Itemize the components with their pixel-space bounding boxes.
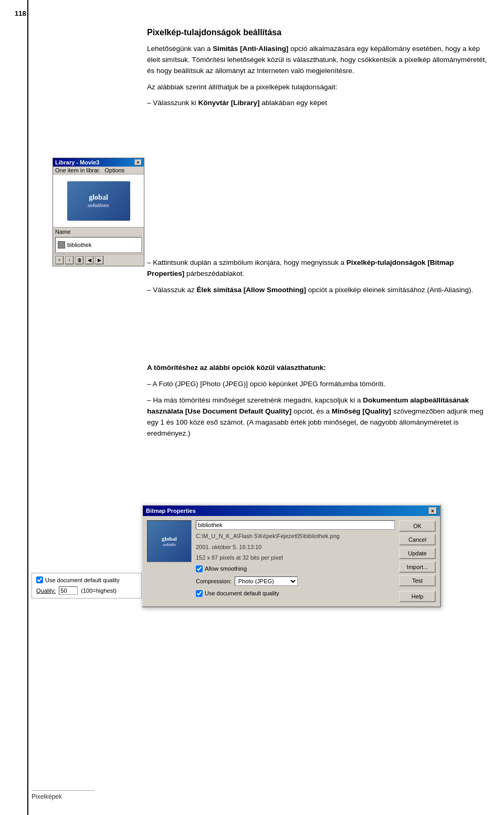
- allow-smoothing-label: Allow smoothing: [205, 565, 247, 572]
- library-list[interactable]: bibliothek: [55, 237, 142, 253]
- bitmap-properties-dialog: Bitmap Properties × global solutio C:\M_…: [142, 504, 441, 607]
- allow-smoothing-checkbox[interactable]: [196, 565, 203, 572]
- bullet2-pre: – Ha más tömörítési minőséget szeretnénk…: [147, 396, 363, 404]
- dialog-title-bar: Bitmap Properties ×: [143, 505, 440, 516]
- step1-pre: – Válasszunk ki: [147, 99, 198, 107]
- bullet2-bold2: Minőség [Quality]: [332, 407, 391, 415]
- quality-value-row: Quality: (100=highest): [36, 586, 137, 595]
- dialog-title-text: Bitmap Properties: [146, 508, 196, 514]
- use-default-quality-label: Use document default quality: [45, 577, 120, 583]
- dialog-info-area: C:\M_U_N_K_A\Flash 5\Képek\Fejezet05\bib…: [196, 520, 395, 602]
- dialog-file-path: C:\M_U_N_K_A\Flash 5\Képek\Fejezet05\bib…: [196, 532, 395, 541]
- test-button[interactable]: Test: [399, 575, 436, 586]
- quality-hint: (100=highest): [81, 587, 117, 594]
- list-item-icon: [58, 241, 65, 249]
- menu-item-options[interactable]: Options: [104, 167, 124, 173]
- steps-intro: Az alábbiak szerint állíthatjuk be a pix…: [147, 82, 488, 93]
- page-label: Pixelképek: [32, 790, 94, 800]
- use-doc-default-label: Use document default quality: [205, 590, 279, 596]
- step1-post: ablakában egy képet: [260, 99, 327, 107]
- use-default-quality-checkbox[interactable]: [36, 576, 43, 583]
- update-button[interactable]: Update: [399, 548, 436, 559]
- page-title: Pixelkép-tulajdonságok beállítása: [147, 26, 488, 39]
- logo-image: global solutions: [67, 181, 130, 221]
- library-window: Library - Movie3 × One item in librar. O…: [52, 158, 144, 266]
- step2-post: párbeszédablakot.: [184, 270, 244, 277]
- toolbar-btn-right[interactable]: ▶: [95, 256, 103, 264]
- dialog-close-button[interactable]: ×: [428, 507, 437, 514]
- steps-2-3: – Kattintsunk duplán a szimbólum ikonjár…: [147, 257, 488, 296]
- toolbar-btn-left[interactable]: ◀: [85, 256, 93, 264]
- name-label: Name: [55, 229, 70, 235]
- step2-pre: – Kattintsunk duplán a szimbólum ikonjár…: [147, 259, 346, 266]
- main-content: Pixelkép-tulajdonságok beállítása Lehető…: [147, 26, 488, 114]
- dialog-image-preview: global solutio: [147, 520, 192, 562]
- toolbar-btn-add[interactable]: +: [55, 256, 64, 264]
- logo-main-text: global: [89, 193, 108, 202]
- dialog-body: global solutio C:\M_U_N_K_A\Flash 5\Képe…: [143, 516, 440, 606]
- dialog-file-date: 2001. október 5. 16:13:10: [196, 543, 395, 552]
- import-button[interactable]: Import...: [399, 561, 436, 573]
- window-close-button[interactable]: ×: [134, 159, 142, 166]
- step2: – Kattintsunk duplán a szimbólum ikonjár…: [147, 257, 488, 280]
- sim-library-window: Library - Movie3 × One item in librar. O…: [52, 158, 144, 266]
- step3-bold: Élek simítása [Allow Smoothing]: [197, 286, 307, 294]
- step1-bold: Könyvtár [Library]: [198, 99, 260, 107]
- name-label-bar: Name: [53, 227, 144, 236]
- ok-button[interactable]: OK: [399, 520, 436, 532]
- toolbar-btn-info[interactable]: i: [65, 256, 74, 264]
- allow-smoothing-row: Allow smoothing: [196, 565, 395, 572]
- left-margin-line: [27, 0, 28, 815]
- step3-pre: – Válasszuk az: [147, 286, 197, 294]
- step1: – Válasszunk ki Könyvtár [Library] ablak…: [147, 98, 488, 109]
- menu-item-library[interactable]: One item in librar.: [55, 167, 100, 173]
- compression-heading-bold: A tömörítéshez az alábbi opciók közül vá…: [147, 364, 326, 372]
- window-menu-bar: One item in librar. Options: [53, 167, 144, 174]
- window-content-area: global solutions: [53, 174, 144, 227]
- anti-aliasing-bold: Simítás [Anti-Aliasing]: [213, 45, 288, 53]
- logo-sub-text: solutions: [88, 202, 109, 208]
- compression-select[interactable]: Photo (JPEG): [235, 576, 298, 586]
- compression-row: Compression: Photo (JPEG): [196, 576, 395, 586]
- dialog-filename-input[interactable]: [196, 520, 395, 530]
- bullet2-mid: opciót, és a: [291, 407, 332, 415]
- window-title-text: Library - Movie3: [55, 159, 99, 166]
- step3: – Válasszuk az Élek simítása [Allow Smoo…: [147, 285, 488, 296]
- use-default-quality-row: Use document default quality: [36, 576, 137, 583]
- page-number: 118: [15, 9, 26, 17]
- list-item-name: bibliothek: [67, 242, 91, 248]
- dialog-logo-main: global: [162, 535, 177, 542]
- compression-bullet1: – A Fotó (JPEG) [Photo (JPEG)] opció kép…: [147, 379, 488, 390]
- compression-bullet2: – Ha más tömörítési minőséget szeretnénk…: [147, 395, 488, 439]
- dialog-buttons: OK Cancel Update Import... Test Help: [399, 520, 436, 602]
- intro-text-pre: Lehetőségünk van a: [147, 45, 213, 53]
- window-toolbar-bottom: + i 🗑 ◀ ▶: [53, 254, 144, 266]
- help-button[interactable]: Help: [399, 591, 436, 602]
- intro-paragraph: Lehetőségünk van a Simítás [Anti-Aliasin…: [147, 44, 488, 77]
- compression-heading: A tömörítéshez az alábbi opciók közül vá…: [147, 363, 488, 374]
- use-doc-default-checkbox[interactable]: [196, 590, 203, 597]
- use-doc-default-row: Use document default quality: [196, 590, 395, 597]
- step3-post: opciót a pixelkép éleinek simításához (A…: [306, 286, 473, 294]
- quality-panel: Use document default quality Quality: (1…: [32, 573, 142, 599]
- compression-label: Compression:: [196, 578, 232, 584]
- quality-input[interactable]: [59, 586, 78, 595]
- dialog-file-size: 152 x 87 pixels at 32 bits per pixel: [196, 553, 395, 562]
- toolbar-btn-delete[interactable]: 🗑: [75, 256, 83, 264]
- quality-label: Quality:: [36, 587, 56, 594]
- window-title-bar: Library - Movie3 ×: [53, 158, 144, 167]
- dialog-logo-sub: solutio: [163, 542, 176, 547]
- compression-section: A tömörítéshez az alábbi opciók közül vá…: [147, 363, 488, 445]
- dialog-preview-area: global solutio: [147, 520, 192, 602]
- cancel-button[interactable]: Cancel: [399, 534, 436, 545]
